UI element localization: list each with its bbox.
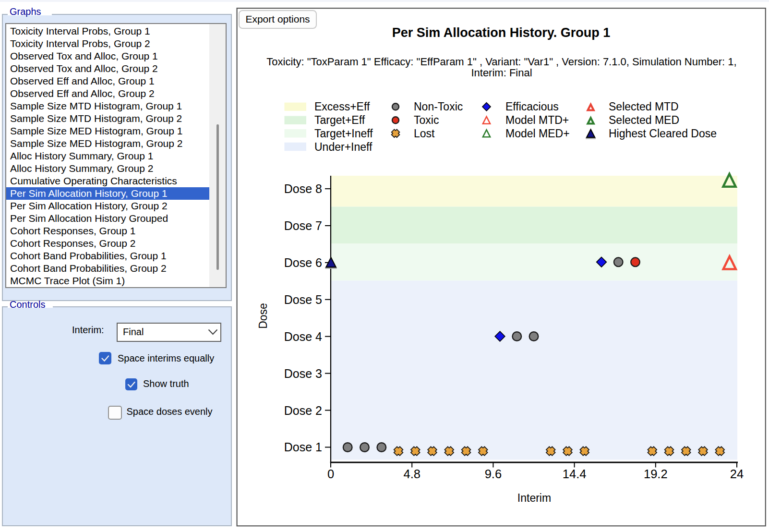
svg-text:Selected MED: Selected MED [609, 114, 679, 126]
svg-text:0: 0 [327, 467, 334, 481]
svg-text:Dose 3: Dose 3 [284, 367, 322, 380]
svg-text:Interim: Final: Interim: Final [471, 67, 532, 79]
svg-text:Dose 1: Dose 1 [284, 440, 322, 454]
svg-text:4.8: 4.8 [403, 467, 420, 481]
svg-text:Dose 6: Dose 6 [284, 256, 322, 269]
svg-text:Lost: Lost [414, 127, 435, 140]
svg-text:Highest Cleared Dose: Highest Cleared Dose [609, 127, 717, 140]
svg-text:Efficacious: Efficacious [505, 100, 559, 113]
svg-text:Interim: Interim [517, 492, 551, 504]
svg-text:Dose 5: Dose 5 [284, 293, 322, 306]
svg-text:Dose 7: Dose 7 [284, 219, 322, 232]
svg-text:Dose 4: Dose 4 [284, 330, 322, 343]
svg-text:Target+Ineff: Target+Ineff [314, 127, 373, 140]
svg-text:19.2: 19.2 [644, 467, 668, 481]
svg-text:Non-Toxic: Non-Toxic [414, 100, 463, 113]
svg-text:Model MED+: Model MED+ [505, 127, 570, 140]
svg-text:9.6: 9.6 [485, 467, 502, 481]
svg-text:Excess+Eff: Excess+Eff [314, 100, 370, 113]
svg-text:Dose 2: Dose 2 [284, 404, 322, 417]
svg-text:14.4: 14.4 [563, 467, 587, 481]
svg-text:Per Sim Allocation History. Gr: Per Sim Allocation History. Group 1 [392, 25, 611, 40]
svg-text:Dose: Dose [257, 303, 269, 329]
svg-text:Target+Eff: Target+Eff [314, 114, 365, 126]
svg-text:Toxic: Toxic [414, 114, 439, 126]
svg-text:Model MTD+: Model MTD+ [505, 114, 569, 126]
svg-text:Selected MTD: Selected MTD [609, 100, 679, 113]
svg-text:Dose 8: Dose 8 [284, 182, 322, 195]
svg-text:24: 24 [730, 467, 744, 481]
svg-text:Under+Ineff: Under+Ineff [314, 141, 372, 153]
svg-text:Toxicity: "ToxParam 1" Efficac: Toxicity: "ToxParam 1" Efficacy: "EffPar… [266, 56, 736, 68]
